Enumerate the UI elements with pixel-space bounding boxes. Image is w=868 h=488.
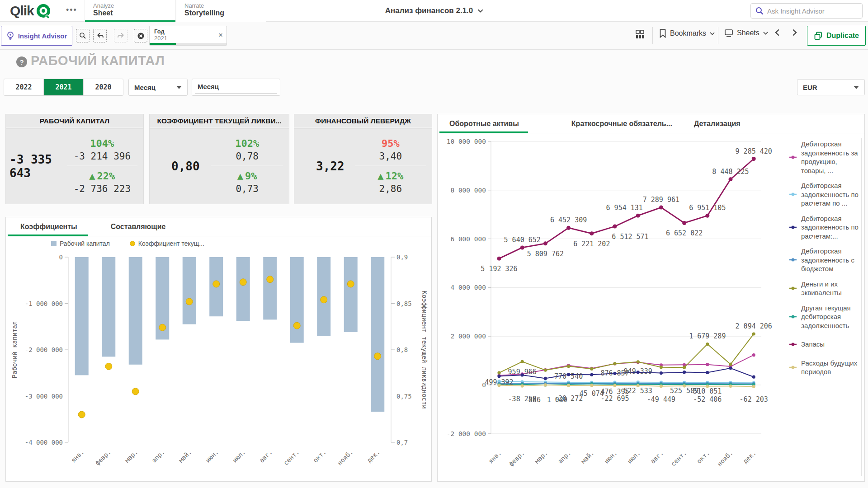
kpi-compare-value: 3,40 [379,151,402,162]
tab-sheet-label: Sheet [93,9,175,17]
legend-item[interactable]: Деньги и их эквиваленты [789,280,860,297]
svg-text:5 809 762: 5 809 762 [527,250,564,258]
tab-narrate-storytelling[interactable]: Narrate Storytelling [176,0,266,22]
currency-dropdown[interactable]: EUR [797,79,865,95]
svg-text:0: 0 [59,253,63,261]
tab-detail[interactable]: Детализация [690,120,744,128]
svg-text:-38 250: -38 250 [508,395,537,403]
svg-text:февр.: февр. [507,449,526,468]
kpi-delta: ▲12% [377,170,403,182]
chip-close-icon[interactable]: × [218,31,223,40]
svg-text:510 051: 510 051 [693,387,722,395]
legend-label: Деньги и их эквиваленты [801,280,842,297]
kpi-compare-value: -3 214 396 [74,151,131,162]
svg-text:0,7: 0,7 [396,439,408,446]
active-tab-underline [8,235,88,236]
svg-text:нояб.: нояб. [336,448,354,467]
bars [75,257,385,412]
svg-text:0,8: 0,8 [396,346,408,353]
svg-text:-2 000 000: -2 000 000 [25,346,63,353]
svg-text:1 679 289: 1 679 289 [689,332,726,340]
kpi-percent: 104% [90,138,114,149]
kpi-card-current-ratio[interactable]: КОЭФФИЦИЕНТ ТЕКУЩЕЙ ЛИКВИ... 0,80 102% 0… [149,114,289,204]
legend-item[interactable]: Дебиторская задолженность по расчетам:..… [789,214,860,241]
tab-components[interactable]: Составляющие [107,223,170,231]
app-title-menu[interactable]: Анализ финансов 2.1.0 [385,0,483,22]
svg-text:7 289 961: 7 289 961 [643,196,679,204]
tab-coefficients[interactable]: Коэффициенты [17,223,81,231]
tab-short-term-liabilities[interactable]: Краткосрочные обязатель... [568,120,676,128]
insight-advisor-search[interactable] [750,3,863,19]
month-dropdown-label: Месяц [134,84,156,91]
kpi-divider [67,166,138,166]
legend-item[interactable]: Расходы будущих периодов [789,359,860,376]
combo-chart-svg[interactable]: 00,9-1 000 0000,85-2 000 0000,8-3 000 00… [6,253,431,481]
year-button-2021[interactable]: 2021 [44,79,84,95]
chip-progress-bar [150,43,176,45]
month-search-listbox[interactable]: Месяц [192,79,280,96]
legend-line-marker [789,225,798,230]
svg-text:4 000 000: 4 000 000 [450,284,486,291]
legend-item[interactable]: Дебиторская задолженность по расчетам по… [789,181,860,208]
legend-line-marker [789,192,798,197]
legend-dot-swatch [130,241,135,246]
svg-text:апр.: апр. [150,448,166,464]
legend-bar-swatch [51,241,57,246]
sheets-icon [724,29,733,37]
kpi-divider [211,166,283,166]
year-button-2020[interactable]: 2020 [84,79,123,95]
tab-current-assets[interactable]: Оборотные активы [446,120,523,128]
chip-field-value: 2021 [154,35,226,42]
duplicate-icon [814,31,823,40]
tab-narrate-label: Narrate [184,2,266,9]
legend-item-working-capital[interactable]: Рабочий капитал [51,240,110,247]
year-button-2022[interactable]: 2022 [4,79,44,95]
kpi-main-value: 3,22 [294,128,352,204]
bookmarks-label: Bookmarks [670,29,706,38]
legend-label: Дебиторская задолженность по расчетам:..… [801,215,859,240]
tab-analyze-sheet[interactable]: Analyze Sheet [85,0,176,22]
svg-text:апр.: апр. [557,449,572,465]
kpi-main-value: -3 335 643 [6,128,64,204]
legend-item[interactable]: Другая текущая дебиторская задолженность [789,304,860,330]
sheet-grid-icon[interactable] [635,29,646,40]
legend-item[interactable]: Дебиторская задолженность за продукцию, … [789,140,860,175]
svg-text:авг.: авг. [649,449,665,465]
duplicate-button[interactable]: Duplicate [807,26,866,46]
redo-icon[interactable] [114,29,127,42]
svg-text:янв.: янв. [487,449,503,465]
svg-text:499 392: 499 392 [485,378,513,386]
chevron-right-icon [792,29,797,36]
chevron-down-icon [477,9,483,13]
more-menu-icon[interactable]: ••• [66,5,77,15]
kpi-card-working-capital[interactable]: РАБОЧИЙ КАПИТАЛ -3 335 643 104% -3 214 3… [5,114,144,204]
legend-label: Дебиторская задолженность за продукцию, … [801,140,858,174]
coefficients-chart-panel: Коэффициенты Составляющие Рабочий капита… [5,217,432,482]
undo-icon[interactable] [93,29,107,42]
legend-label: Коэффициент текущ... [138,240,204,247]
qlik-logo[interactable]: Qlik [10,3,52,19]
insight-advisor-button[interactable]: Insight Advisor [1,26,72,46]
sheet-toolbar: Insight Advisor Год 2021 × Bookmarks She… [0,22,868,50]
next-sheet-button[interactable] [792,29,797,36]
search-input[interactable] [767,7,858,15]
svg-text:522 533: 522 533 [624,387,652,395]
kpi-prev-value: -2 736 223 [74,183,131,194]
clear-selections-icon[interactable] [134,29,147,42]
help-icon[interactable]: ? [16,56,27,67]
legend-item[interactable]: Запасы [789,340,860,349]
kpi-card-financial-leverage[interactable]: ФИНАНСОВЫЙ ЛЕВЕРИДЖ 3,22 95% 3,40 ▲12% 2… [294,114,432,204]
sheets-button[interactable]: Sheets [724,29,768,37]
qlik-logo-text: Qlik [10,3,34,19]
bookmarks-button[interactable]: Bookmarks [659,29,715,38]
prev-sheet-button[interactable] [775,29,780,36]
ratio-dots [78,276,381,418]
selections-search-icon[interactable] [76,29,90,42]
chip-field-name: Год [154,28,226,35]
triangle-up-icon: ▲ [89,170,95,182]
legend-item-current-ratio[interactable]: Коэффициент текущ... [130,240,204,247]
legend-item[interactable]: Дебиторская задолженность с бюджетом [789,247,860,273]
legend-scrollbar[interactable] [861,138,862,476]
month-dropdown[interactable]: Месяц [128,79,188,96]
selection-chip-year[interactable]: Год 2021 × [149,26,227,46]
